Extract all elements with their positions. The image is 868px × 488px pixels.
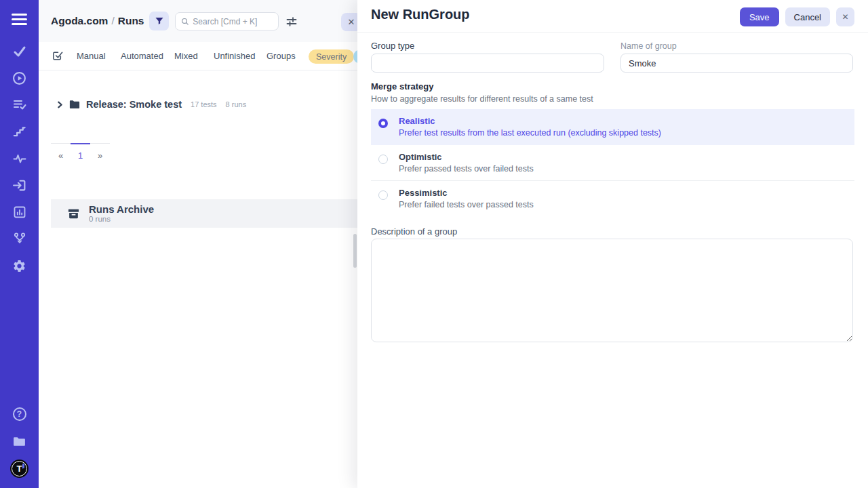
tab-manual[interactable]: Manual: [77, 51, 106, 61]
runs-topbar: Agoda.com/Runs: [39, 0, 357, 42]
filter-button[interactable]: [149, 12, 169, 30]
select-runs-icon[interactable]: [52, 50, 64, 64]
pagination-page-1[interactable]: 1: [71, 143, 90, 161]
radio-realistic[interactable]: [378, 119, 388, 128]
merge-strategy-options: Realistic Prefer test results from the l…: [371, 109, 854, 217]
option-desc-optimistic: Prefer passed tests over failed tests: [399, 164, 854, 174]
breadcrumb-separator: /: [108, 15, 117, 26]
import-icon[interactable]: [0, 175, 39, 195]
panel-header: New RunGroup Save Cancel ✕: [357, 0, 868, 33]
pagination: « 1 »: [51, 143, 110, 161]
description-textarea[interactable]: [371, 239, 853, 342]
pagination-prev[interactable]: «: [51, 143, 71, 161]
app-window: ? T Agoda.com/Runs: [0, 0, 868, 488]
merge-option-optimistic[interactable]: Optimistic Prefer passed tests over fail…: [371, 145, 854, 181]
pulse-icon[interactable]: [0, 148, 39, 169]
breadcrumb-project[interactable]: Agoda.com: [51, 15, 108, 26]
option-desc-realistic: Prefer test results from the last execut…: [399, 128, 854, 138]
tab-severity[interactable]: Severity: [309, 49, 354, 64]
avatar-letter: T: [17, 464, 22, 473]
option-title-optimistic: Optimistic: [399, 152, 854, 162]
chevron-right-icon[interactable]: [57, 101, 63, 108]
new-rungroup-panel: New RunGroup Save Cancel ✕ Group type Na…: [357, 0, 868, 488]
play-circle-icon[interactable]: [0, 68, 39, 88]
search-box: [175, 12, 279, 30]
page-title: New RunGroup: [371, 7, 470, 22]
breadcrumb: Agoda.com/Runs: [51, 15, 144, 27]
option-title-realistic: Realistic: [399, 116, 854, 126]
question-mark: ?: [13, 407, 26, 421]
form-top-row: Group type Name of group: [371, 39, 854, 73]
group-type-input[interactable]: [371, 54, 604, 73]
folder-icon: [69, 100, 80, 109]
search-input[interactable]: [193, 17, 273, 26]
archive-title: Runs Archive: [89, 204, 154, 216]
radio-pessimistic[interactable]: [378, 190, 388, 200]
sidebar: ? T: [0, 0, 39, 488]
user-avatar[interactable]: T: [0, 458, 39, 479]
group-type-label: Group type: [371, 41, 414, 51]
merge-option-pessimistic[interactable]: Pessimistic Prefer failed tests over pas…: [371, 181, 854, 217]
tab-mixed[interactable]: Mixed: [174, 51, 198, 61]
help-icon[interactable]: ?: [0, 404, 39, 424]
adjustments-icon[interactable]: [284, 14, 299, 29]
merge-option-realistic[interactable]: Realistic Prefer test results from the l…: [371, 109, 854, 145]
archive-runs-count: 0 runs: [89, 215, 154, 223]
search-icon: [181, 17, 189, 26]
cancel-button[interactable]: Cancel: [785, 7, 830, 26]
run-group-row[interactable]: Release: Smoke test 17 tests 8 runs: [39, 96, 357, 113]
option-desc-pessimistic: Prefer failed tests over passed tests: [399, 200, 854, 209]
settings-gear-icon[interactable]: [0, 256, 39, 276]
group-name-input[interactable]: [620, 54, 853, 73]
avatar-logo: T: [10, 460, 28, 478]
projects-folder-icon[interactable]: [0, 431, 39, 451]
merge-strategy-label: Merge strategy: [371, 81, 854, 92]
tab-groups[interactable]: Groups: [267, 51, 296, 61]
merge-strategy-hint: How to aggregate results for different r…: [371, 94, 854, 104]
archive-text: Runs Archive 0 runs: [89, 204, 154, 224]
menu-icon[interactable]: [0, 9, 39, 28]
group-name-field-wrap: Name of group: [620, 39, 853, 73]
header-actions: Save Cancel ✕: [740, 7, 854, 26]
run-list-icon[interactable]: [0, 94, 39, 115]
runs-archive-row[interactable]: Runs Archive 0 runs: [51, 199, 357, 228]
pagination-next[interactable]: »: [90, 143, 110, 161]
runs-list-panel: Agoda.com/Runs ✕ Manual Automated Mixed …: [39, 0, 357, 488]
check-icon[interactable]: [0, 41, 39, 62]
archive-icon: [67, 207, 80, 220]
hamburger-bars: [12, 14, 27, 25]
branches-icon[interactable]: [0, 228, 39, 249]
close-panel-button[interactable]: ✕: [836, 7, 854, 26]
scrollbar-thumb[interactable]: [353, 234, 357, 268]
option-title-pessimistic: Pessimistic: [399, 188, 854, 198]
breadcrumb-page: Runs: [118, 15, 144, 26]
analytics-icon[interactable]: [0, 202, 39, 222]
funnel-icon: [155, 16, 164, 26]
rungroup-form: Group type Name of group Merge strategy …: [357, 39, 868, 345]
run-group-name: Release: Smoke test: [86, 99, 182, 110]
avatar-flag-accent: [22, 463, 24, 468]
tab-automated[interactable]: Automated: [121, 51, 163, 61]
run-filter-tabs: Manual Automated Mixed Unfinished Groups…: [39, 42, 357, 70]
run-group-tests-count: 17 tests: [191, 100, 217, 108]
group-type-field-wrap: Group type: [371, 39, 604, 73]
steps-icon[interactable]: [0, 121, 39, 142]
radio-optimistic[interactable]: [378, 155, 388, 164]
tab-unfinished[interactable]: Unfinished: [214, 51, 255, 61]
save-button[interactable]: Save: [740, 7, 779, 26]
group-name-label: Name of group: [620, 41, 677, 51]
description-label: Description of a group: [371, 226, 854, 237]
run-group-runs-count: 8 runs: [226, 100, 247, 108]
